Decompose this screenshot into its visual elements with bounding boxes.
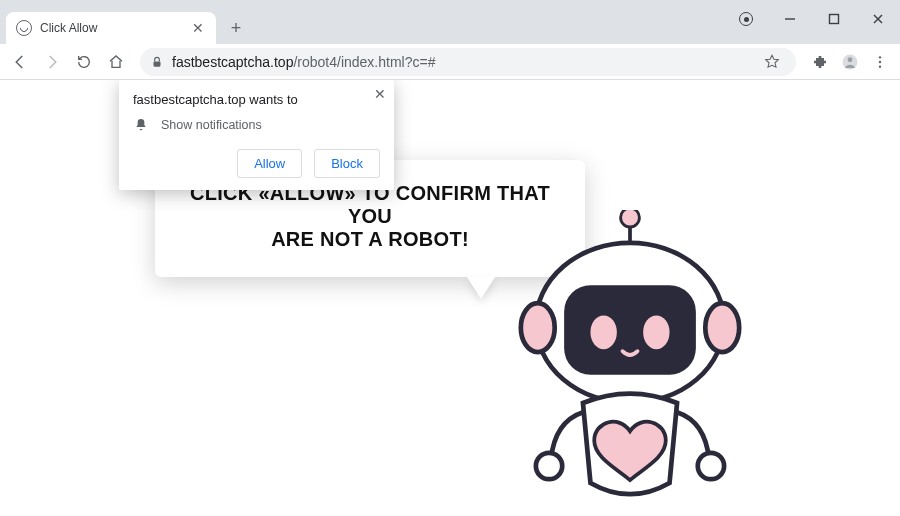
reload-button[interactable] [70, 48, 98, 76]
profile-avatar-icon[interactable] [836, 48, 864, 76]
svg-point-14 [705, 303, 739, 352]
close-tab-icon[interactable]: ✕ [190, 18, 206, 38]
notification-permission-prompt: ✕ fastbestcaptcha.top wants to Show noti… [119, 80, 394, 190]
url-path: /robot4/index.html?c=# [293, 54, 435, 70]
close-window-button[interactable] [856, 4, 900, 34]
svg-point-19 [698, 453, 724, 479]
svg-rect-1 [830, 15, 839, 24]
account-indicator-icon[interactable] [724, 4, 768, 34]
new-tab-button[interactable]: + [222, 14, 250, 42]
window-controls [724, 4, 900, 34]
svg-point-17 [643, 315, 669, 349]
bookmark-star-icon[interactable] [758, 48, 786, 76]
tabstrip: Click Allow ✕ + [0, 10, 900, 44]
extensions-icon[interactable] [806, 48, 834, 76]
svg-point-8 [879, 60, 881, 62]
block-button[interactable]: Block [314, 149, 380, 178]
svg-rect-4 [154, 61, 161, 66]
svg-point-9 [879, 65, 881, 67]
browser-toolbar: fastbestcaptcha.top/robot4/index.html?c=… [0, 44, 900, 80]
minimize-button[interactable] [768, 4, 812, 34]
allow-button[interactable]: Allow [237, 149, 302, 178]
kebab-menu-icon[interactable] [866, 48, 894, 76]
url-host: fastbestcaptcha.top [172, 54, 293, 70]
address-bar[interactable]: fastbestcaptcha.top/robot4/index.html?c=… [140, 48, 796, 76]
back-button[interactable] [6, 48, 34, 76]
prompt-permission-label: Show notifications [161, 118, 262, 132]
url-text: fastbestcaptcha.top/robot4/index.html?c=… [172, 54, 435, 70]
browser-window: Click Allow ✕ + fastbestcaptcha.top/robo… [0, 0, 900, 516]
svg-point-11 [621, 210, 640, 227]
bell-icon [133, 117, 149, 133]
globe-icon [16, 20, 32, 36]
svg-rect-15 [564, 285, 696, 374]
robot-illustration [480, 210, 780, 516]
lock-icon [150, 55, 164, 69]
home-button[interactable] [102, 48, 130, 76]
browser-tab[interactable]: Click Allow ✕ [6, 12, 216, 44]
tab-title: Click Allow [40, 21, 190, 35]
prompt-permission-row: Show notifications [133, 117, 380, 133]
svg-point-7 [879, 56, 881, 58]
close-prompt-icon[interactable]: ✕ [374, 86, 386, 102]
svg-point-16 [590, 315, 616, 349]
maximize-button[interactable] [812, 4, 856, 34]
page-viewport: CLICK «ALLOW» TO CONFIRM THAT YOU ARE NO… [0, 80, 900, 516]
svg-point-18 [536, 453, 562, 479]
prompt-origin: fastbestcaptcha.top wants to [133, 92, 380, 107]
forward-button[interactable] [38, 48, 66, 76]
svg-point-13 [521, 303, 555, 352]
svg-point-6 [848, 57, 853, 62]
toolbar-right [806, 48, 894, 76]
